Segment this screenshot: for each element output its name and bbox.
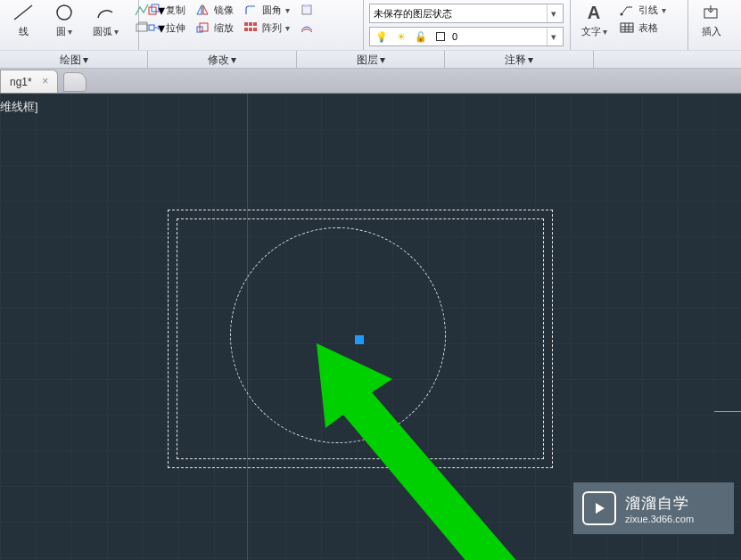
copy-tool[interactable]: 复制 bbox=[144, 2, 187, 18]
svg-rect-6 bbox=[152, 4, 159, 12]
stretch-tool[interactable]: 拉伸 bbox=[144, 20, 187, 36]
fillet-label: 圆角 bbox=[262, 4, 282, 17]
lock-icon: 🔓 bbox=[413, 29, 429, 45]
line-icon bbox=[9, 2, 37, 23]
drawing-canvas[interactable]: 维线框] 溜溜自学 zixue.3d66.com bbox=[0, 94, 741, 560]
arc-label: 圆弧 bbox=[93, 25, 119, 38]
circle-tool[interactable]: 圆 bbox=[46, 2, 82, 38]
svg-marker-27 bbox=[596, 503, 605, 514]
watermark: 溜溜自学 zixue.3d66.com bbox=[573, 482, 734, 534]
trim-tool[interactable] bbox=[297, 2, 317, 18]
chevron-down-icon: ▾ bbox=[285, 5, 290, 15]
layer-color-swatch bbox=[432, 29, 449, 45]
arc-tool[interactable]: 圆弧 bbox=[87, 2, 123, 38]
selection-circle bbox=[230, 227, 446, 443]
arc-icon bbox=[91, 2, 119, 23]
document-tab[interactable]: ng1* × bbox=[0, 70, 58, 93]
viewport-label[interactable]: 维线框] bbox=[0, 99, 38, 115]
svg-line-0 bbox=[14, 5, 32, 20]
panel-modify: 复制 拉伸 镜像 bbox=[139, 0, 364, 50]
stretch-icon bbox=[146, 20, 162, 36]
new-tab-button[interactable] bbox=[63, 72, 86, 92]
layer-name-label: 0 bbox=[452, 31, 457, 42]
copy-label: 复制 bbox=[166, 4, 185, 17]
copy-icon bbox=[146, 2, 162, 18]
panel-annotate: A 文字 引线 ▾ 表格 bbox=[571, 0, 688, 50]
array-tool[interactable]: 阵列 ▾ bbox=[241, 20, 292, 36]
array-label: 阵列 bbox=[262, 21, 282, 35]
ribbon: 线 圆 圆弧 bbox=[0, 0, 741, 69]
svg-rect-5 bbox=[149, 7, 156, 14]
clipboard-icon bbox=[299, 2, 315, 18]
leader-icon bbox=[619, 2, 635, 18]
panel-title-layer[interactable]: 图层▾ bbox=[297, 51, 445, 68]
svg-rect-15 bbox=[249, 28, 252, 31]
svg-rect-14 bbox=[244, 28, 248, 31]
insert-icon bbox=[697, 2, 726, 23]
circle-icon bbox=[50, 2, 78, 23]
chevron-down-icon: ▾ bbox=[547, 28, 559, 45]
chevron-down-icon: ▾ bbox=[285, 23, 290, 33]
svg-rect-11 bbox=[244, 22, 248, 26]
svg-rect-13 bbox=[253, 22, 257, 26]
text-tool[interactable]: A 文字 bbox=[576, 2, 612, 38]
chevron-down-icon: ▾ bbox=[662, 5, 666, 15]
svg-point-1 bbox=[57, 5, 71, 20]
chevron-down-icon: ▾ bbox=[547, 4, 559, 22]
fillet-icon bbox=[243, 2, 259, 18]
document-tab-label: ng1* bbox=[10, 76, 32, 88]
leader-tool[interactable]: 引线 ▾ bbox=[617, 2, 668, 18]
layer-state-dropdown[interactable]: 未保存的图层状态 ▾ bbox=[369, 4, 564, 23]
text-icon: A bbox=[580, 2, 608, 23]
panel-insert: 插入 bbox=[688, 0, 740, 50]
table-label: 表格 bbox=[638, 21, 658, 35]
watermark-url: zixue.3d66.com bbox=[625, 514, 694, 524]
array-icon bbox=[243, 20, 259, 36]
panel-titles: 绘图▾ 修改▾ 图层▾ 注释▾ bbox=[0, 50, 741, 68]
table-tool[interactable]: 表格 bbox=[617, 20, 668, 36]
text-label: 文字 bbox=[581, 25, 607, 38]
insert-tool[interactable]: 插入 bbox=[694, 2, 729, 38]
layer-state-label: 未保存的图层状态 bbox=[374, 7, 452, 21]
stretch-label: 拉伸 bbox=[166, 21, 185, 35]
circle-label: 圆 bbox=[56, 25, 72, 38]
scale-tool[interactable]: 缩放 bbox=[193, 20, 235, 36]
svg-rect-7 bbox=[149, 25, 154, 30]
sun-icon: ☀ bbox=[393, 29, 409, 45]
svg-rect-18 bbox=[304, 4, 309, 7]
panel-title-annotate[interactable]: 注释▾ bbox=[445, 51, 593, 68]
scale-label: 缩放 bbox=[214, 21, 234, 35]
leader-label: 引线 bbox=[638, 4, 658, 17]
svg-point-19 bbox=[621, 13, 623, 16]
svg-rect-16 bbox=[253, 28, 257, 31]
line-label: 线 bbox=[19, 25, 29, 38]
offset-icon bbox=[299, 20, 315, 36]
close-icon[interactable]: × bbox=[39, 75, 52, 87]
insert-label: 插入 bbox=[702, 25, 721, 38]
document-tab-bar: ng1* × bbox=[0, 69, 741, 94]
fillet-tool[interactable]: 圆角 ▾ bbox=[241, 2, 292, 18]
play-icon bbox=[582, 491, 616, 525]
mirror-label: 镜像 bbox=[214, 4, 234, 17]
x-axis-stub bbox=[714, 411, 741, 412]
grip-point[interactable] bbox=[355, 335, 364, 344]
layer-current-dropdown[interactable]: 💡 ☀ 🔓 0 ▾ bbox=[369, 27, 564, 46]
mirror-tool[interactable]: 镜像 bbox=[193, 2, 235, 18]
svg-rect-20 bbox=[621, 23, 633, 32]
offset-tool[interactable] bbox=[297, 20, 317, 36]
table-icon bbox=[619, 20, 635, 36]
panel-draw: 线 圆 圆弧 bbox=[0, 0, 139, 50]
panel-title-insert[interactable] bbox=[594, 51, 741, 68]
scale-icon bbox=[194, 20, 210, 36]
panel-title-modify[interactable]: 修改▾ bbox=[148, 51, 296, 68]
line-tool[interactable]: 线 bbox=[5, 2, 41, 38]
watermark-title: 溜溜自学 bbox=[625, 493, 694, 514]
svg-rect-12 bbox=[249, 22, 252, 26]
lightbulb-icon: 💡 bbox=[374, 29, 390, 45]
panel-layer: 未保存的图层状态 ▾ 💡 ☀ 🔓 0 ▾ bbox=[364, 0, 571, 50]
mirror-icon bbox=[194, 2, 210, 18]
panel-title-draw[interactable]: 绘图▾ bbox=[0, 51, 148, 68]
